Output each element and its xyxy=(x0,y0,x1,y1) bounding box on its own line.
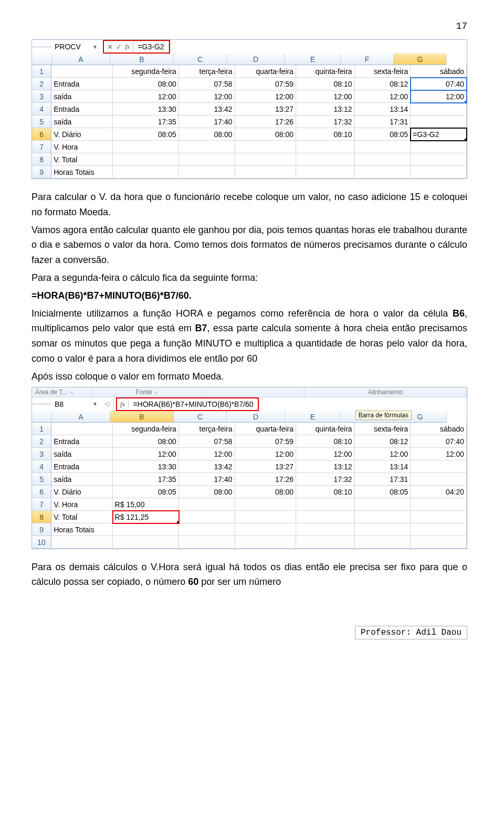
row-header[interactable]: 1 xyxy=(32,423,51,435)
cell[interactable]: V. Hora xyxy=(51,498,112,511)
cell[interactable] xyxy=(113,153,179,166)
cell[interactable] xyxy=(113,166,179,178)
cell[interactable]: 08:00 xyxy=(235,128,296,141)
cell[interactable]: Entrada xyxy=(51,435,112,448)
cell[interactable] xyxy=(411,153,467,166)
name-box-dropdown-icon[interactable]: ▼ xyxy=(92,44,98,50)
cell[interactable]: 07:59 xyxy=(235,435,296,448)
cell[interactable]: Entrada xyxy=(51,103,112,115)
cell[interactable]: 07:58 xyxy=(179,435,235,448)
cell[interactable]: segunda-feira xyxy=(113,423,179,435)
row-header[interactable]: 5 xyxy=(32,115,51,128)
cell[interactable]: 13:42 xyxy=(179,103,235,115)
cell[interactable]: 17:35 xyxy=(113,473,179,486)
cell[interactable]: saída xyxy=(51,115,112,128)
formula-input[interactable]: =G3-G2 xyxy=(133,41,169,52)
cell[interactable] xyxy=(235,511,296,523)
cell[interactable] xyxy=(296,166,355,178)
cell[interactable]: 12:00 xyxy=(411,90,467,103)
cell[interactable]: 08:10 xyxy=(296,128,355,141)
cell[interactable] xyxy=(411,166,467,178)
row-header[interactable]: 9 xyxy=(32,166,51,178)
cell[interactable]: saída xyxy=(51,90,112,103)
cell[interactable]: 08:00 xyxy=(235,486,296,498)
cell[interactable]: 04:20 xyxy=(411,486,467,498)
cell[interactable] xyxy=(235,536,296,549)
cell[interactable]: 08:12 xyxy=(355,78,411,90)
column-header[interactable]: A xyxy=(52,54,110,65)
cell[interactable]: 17:31 xyxy=(355,115,411,128)
cell[interactable]: 13:12 xyxy=(296,460,355,473)
cell[interactable]: 08:05 xyxy=(113,128,179,141)
cancel-icon[interactable]: ✕ xyxy=(107,43,113,51)
cell[interactable] xyxy=(235,166,296,178)
cell[interactable] xyxy=(355,498,411,511)
cell[interactable] xyxy=(51,65,112,78)
name-box[interactable]: B8▼ xyxy=(51,400,101,408)
cell[interactable]: 08:05 xyxy=(355,486,411,498)
cell[interactable]: 13:27 xyxy=(235,460,296,473)
cell[interactable]: 08:10 xyxy=(296,78,355,90)
cell[interactable] xyxy=(355,153,411,166)
cell[interactable]: 07:40 xyxy=(411,435,467,448)
cell[interactable]: 08:12 xyxy=(355,435,411,448)
cell[interactable]: 08:00 xyxy=(179,486,235,498)
cell[interactable]: 17:35 xyxy=(113,115,179,128)
cell[interactable]: 12:00 xyxy=(179,448,235,460)
cell[interactable]: sábado xyxy=(411,423,467,435)
cell[interactable]: V. Hora xyxy=(51,141,112,153)
cell[interactable]: =G3-G2 xyxy=(411,128,467,141)
cell[interactable]: 08:10 xyxy=(296,486,355,498)
cell[interactable]: 07:58 xyxy=(179,78,235,90)
cell[interactable]: Entrada xyxy=(51,460,112,473)
column-header[interactable]: D xyxy=(227,411,285,423)
fx-icon[interactable]: fx xyxy=(125,43,130,51)
cell[interactable] xyxy=(411,115,467,128)
cell[interactable]: 13:14 xyxy=(355,460,411,473)
cell[interactable]: 07:40 xyxy=(411,78,467,90)
row-header[interactable]: 6 xyxy=(32,486,51,498)
cell[interactable]: segunda-feira xyxy=(113,65,179,78)
cell[interactable]: quarta-feira xyxy=(235,65,296,78)
formula-input[interactable]: =HORA(B6)*B7+MINUTO(B6)*B7/60 xyxy=(129,400,257,408)
column-header[interactable]: B xyxy=(110,411,174,423)
row-header[interactable]: 2 xyxy=(32,78,51,90)
cell[interactable]: saída xyxy=(51,473,112,486)
row-header[interactable]: 8 xyxy=(32,153,51,166)
cell[interactable]: Entrada xyxy=(51,78,112,90)
cell[interactable]: 17:31 xyxy=(355,473,411,486)
cell[interactable]: R$ 15,00 xyxy=(113,498,179,511)
row-header[interactable]: 7 xyxy=(32,498,51,511)
cell[interactable] xyxy=(113,523,179,536)
cell[interactable]: 08:00 xyxy=(113,435,179,448)
column-header[interactable]: D xyxy=(227,54,285,65)
cell[interactable]: terça-feira xyxy=(179,423,235,435)
cell[interactable] xyxy=(411,498,467,511)
cell[interactable]: 13:27 xyxy=(235,103,296,115)
cell[interactable] xyxy=(411,460,467,473)
cell[interactable] xyxy=(179,141,235,153)
column-header[interactable]: E xyxy=(285,54,341,65)
cell[interactable]: 12:00 xyxy=(235,448,296,460)
cell[interactable] xyxy=(51,536,112,549)
cell[interactable]: quinta-feira xyxy=(296,65,355,78)
cell[interactable]: sexta-feira xyxy=(355,423,411,435)
row-header[interactable]: 2 xyxy=(32,435,51,448)
row-header[interactable]: 10 xyxy=(32,536,51,549)
cell[interactable]: V. Total xyxy=(51,153,112,166)
cell[interactable]: 12:00 xyxy=(296,448,355,460)
cell[interactable] xyxy=(296,511,355,523)
row-header[interactable]: 7 xyxy=(32,141,51,153)
row-header[interactable]: 3 xyxy=(32,448,51,460)
cell[interactable] xyxy=(235,141,296,153)
cell[interactable]: 12:00 xyxy=(235,90,296,103)
cell[interactable] xyxy=(235,523,296,536)
cell[interactable] xyxy=(51,423,112,435)
cell[interactable] xyxy=(113,536,179,549)
cell[interactable] xyxy=(179,498,235,511)
fx-icon[interactable]: fx xyxy=(120,400,125,408)
cell[interactable]: 12:00 xyxy=(411,448,467,460)
cell[interactable] xyxy=(179,153,235,166)
cell[interactable] xyxy=(411,536,467,549)
column-header[interactable]: B xyxy=(110,54,174,65)
